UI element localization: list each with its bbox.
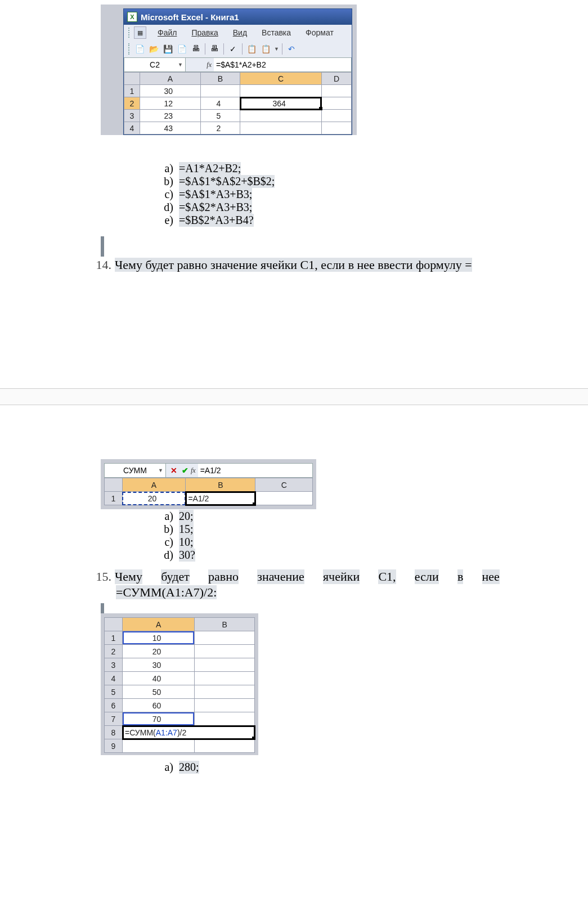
cell-A1[interactable]: 20 [122,492,186,505]
name-box[interactable]: СУММ ▼ [104,463,166,478]
save-icon[interactable]: 💾 [161,43,174,55]
enter-icon[interactable]: ✔ [179,466,191,475]
name-box[interactable]: C2 ▼ [124,57,186,72]
question-14: 14. Чему будет равно значение ячейки С1,… [95,258,500,272]
copy-icon[interactable]: 📋 [245,43,258,55]
col-header-A[interactable]: A [140,73,201,85]
cell[interactable] [195,658,255,672]
undo-icon[interactable]: ↶ [285,43,298,55]
cell[interactable]: 30 [140,85,201,97]
cell[interactable] [195,645,255,658]
select-all-corner[interactable] [105,618,123,631]
col-header-B[interactable]: B [195,618,255,631]
cell[interactable]: 60 [123,699,195,712]
select-all-corner[interactable] [105,478,123,492]
cell[interactable]: 5 [200,110,240,122]
cell[interactable] [321,110,351,122]
menu-view[interactable]: Вид [226,26,254,39]
row-header[interactable]: 8 [105,726,123,739]
cell[interactable] [321,122,351,134]
menu-format[interactable]: Формат [299,26,340,39]
cell[interactable] [195,685,255,699]
editing-cell[interactable]: =A1/2 [186,492,255,505]
cell[interactable] [195,712,255,726]
formula-bar: СУММ ▼ ✕ ✔ fx =A1/2 [104,463,313,478]
cell[interactable] [123,739,195,753]
fx-icon[interactable]: fx [207,61,212,69]
permission-icon[interactable]: 📄 [176,43,188,55]
spell-icon[interactable]: ✓ [227,43,239,55]
grid-row: 110 [105,631,255,645]
cancel-icon[interactable]: ✕ [168,466,179,475]
row-header[interactable]: 6 [105,699,123,712]
cell[interactable] [195,672,255,685]
cell[interactable]: 50 [123,685,195,699]
row-header[interactable]: 5 [105,685,123,699]
col-header-A[interactable]: A [122,478,186,492]
grid-row: 770 [105,712,255,726]
cell[interactable]: 20 [123,645,195,658]
row-header[interactable]: 4 [105,672,123,685]
paste-icon[interactable]: 📋 [259,43,272,55]
row-header[interactable]: 2 [105,645,123,658]
formula-ref: A1:A7 [156,728,177,737]
grid-row: 2 12 4 364 [124,97,352,110]
name-box-value: СУММ [123,466,147,475]
print-preview-icon[interactable]: 🖶 [208,43,221,55]
row-header[interactable]: 3 [105,658,123,672]
cell[interactable]: 2 [200,122,240,134]
cell[interactable]: 4 [200,97,240,110]
cell[interactable] [255,492,313,505]
selected-cell[interactable]: 364 [240,97,322,110]
col-header-A[interactable]: A [123,618,195,631]
cell[interactable] [240,122,322,134]
select-all-corner[interactable] [124,73,140,85]
spreadsheet-grid[interactable]: A B C D 1 30 2 12 4 364 [124,72,352,134]
col-header-B[interactable]: B [186,478,255,492]
cell[interactable]: 10 [123,631,195,645]
dropdown-icon[interactable]: ▼ [158,468,163,473]
col-header-C[interactable]: C [255,478,313,492]
open-icon[interactable]: 📂 [147,43,160,55]
row-header[interactable]: 3 [124,110,140,122]
menu-file[interactable]: Файл [151,26,183,39]
new-icon[interactable]: 📄 [133,43,146,55]
dropdown-icon[interactable]: ▼ [273,46,279,52]
row-header[interactable]: 1 [124,85,140,97]
spreadsheet-grid[interactable]: A B 110 220 330 440 550 660 770 8 =СУММ(… [104,617,255,753]
cell[interactable]: 43 [140,122,201,134]
answer-text: =$B$2*A3+B4? [179,214,254,227]
menu-edit[interactable]: Правка [185,26,225,39]
q15-word: равно [208,569,239,584]
row-header[interactable]: 1 [105,631,123,645]
cell[interactable] [195,739,255,753]
cell[interactable] [195,631,255,645]
cell[interactable]: 23 [140,110,201,122]
row-header[interactable]: 1 [105,492,123,505]
col-header-C[interactable]: C [240,73,322,85]
spreadsheet-grid[interactable]: A B C 1 20 =A1/2 [104,478,313,505]
row-header[interactable]: 9 [105,739,123,753]
cell[interactable]: 30 [123,658,195,672]
cell[interactable]: 70 [123,712,195,726]
cell[interactable] [240,110,322,122]
cell[interactable]: 40 [123,672,195,685]
cell[interactable]: 12 [140,97,201,110]
cell[interactable] [195,699,255,712]
formula-input[interactable]: =A1/2 [198,463,313,478]
editing-cell[interactable]: =СУММ(A1:A7)/2 [123,726,255,739]
row-header[interactable]: 7 [105,712,123,726]
cell[interactable] [200,85,240,97]
row-header[interactable]: 4 [124,122,140,134]
cell[interactable] [321,97,351,110]
col-header-D[interactable]: D [321,73,351,85]
row-header[interactable]: 2 [124,97,140,110]
print-icon[interactable]: 🖶 [190,43,202,55]
menu-insert[interactable]: Вставка [255,26,298,39]
formula-input[interactable]: =$A$1*A2+B2 [214,57,352,72]
cell[interactable] [321,85,351,97]
dropdown-icon[interactable]: ▼ [178,62,183,68]
fx-icon[interactable]: fx [191,466,196,475]
cell[interactable] [240,85,322,97]
col-header-B[interactable]: B [200,73,240,85]
